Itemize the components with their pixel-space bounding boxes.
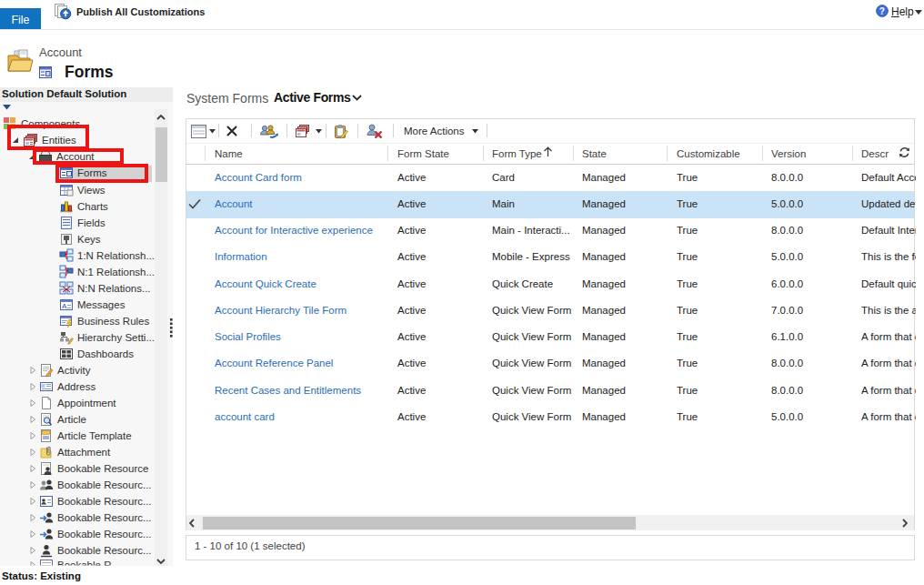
svg-text:?: ?: [879, 6, 885, 16]
svg-text:A: A: [62, 302, 67, 310]
